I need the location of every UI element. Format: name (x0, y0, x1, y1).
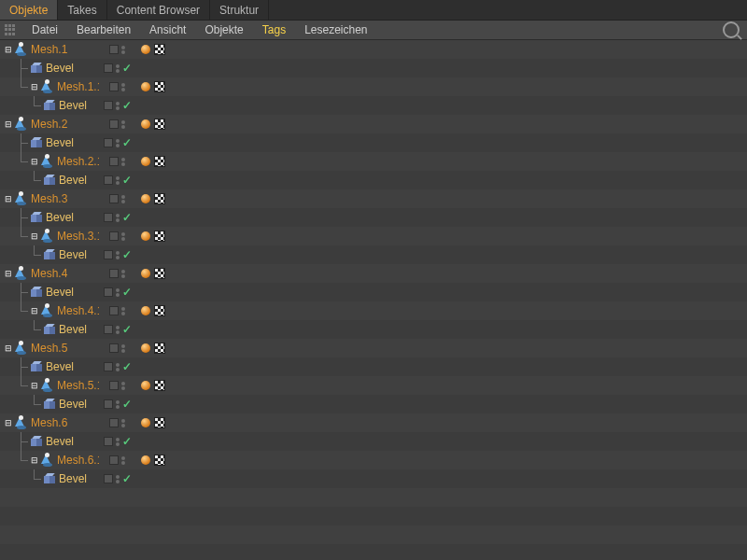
tree-row[interactable]: Bevel✓ (0, 357, 747, 376)
object-label[interactable]: Bevel (46, 136, 74, 149)
layer-square-icon[interactable] (109, 194, 119, 203)
object-name-cell[interactable]: ⊟Mesh.2 (0, 115, 99, 133)
object-label[interactable]: Bevel (46, 286, 74, 299)
tab-content-browser[interactable]: Content Browser (107, 0, 210, 20)
layer-square-icon[interactable] (104, 399, 113, 409)
uvw-tag-icon[interactable] (154, 343, 165, 354)
object-name-cell[interactable]: Bevel (0, 432, 99, 451)
layer-square-icon[interactable] (104, 287, 113, 297)
collapse-toggle[interactable]: ⊟ (30, 157, 39, 166)
visibility-cell[interactable] (99, 40, 135, 59)
visibility-cell[interactable] (99, 264, 135, 283)
object-label[interactable]: Mesh.4.1 (57, 304, 99, 317)
layer-square-icon[interactable] (109, 119, 119, 129)
visibility-dots-icon[interactable] (120, 270, 126, 278)
collapse-toggle[interactable]: ⊟ (30, 455, 39, 465)
material-tag-icon[interactable] (141, 343, 150, 353)
tree-row[interactable]: Bevel✓ (0, 171, 747, 189)
visibility-dots-icon[interactable] (120, 46, 126, 54)
layer-square-icon[interactable] (109, 45, 119, 54)
object-label[interactable]: Bevel (59, 174, 87, 187)
uvw-tag-icon[interactable] (154, 268, 165, 279)
material-tag-icon[interactable] (141, 306, 150, 315)
material-tag-icon[interactable] (141, 455, 150, 465)
collapse-toggle[interactable]: ⊟ (30, 381, 39, 390)
layer-square-icon[interactable] (104, 437, 113, 446)
visibility-cell[interactable] (99, 152, 135, 171)
visibility-cell[interactable] (99, 339, 135, 357)
material-tag-icon[interactable] (141, 269, 150, 278)
tree-row[interactable]: Bevel✓ (0, 208, 747, 227)
visibility-cell[interactable] (99, 301, 135, 320)
visibility-cell[interactable]: ✓ (99, 395, 135, 413)
visibility-cell[interactable]: ✓ (99, 432, 135, 451)
uvw-tag-icon[interactable] (154, 81, 165, 92)
material-tag-icon[interactable] (141, 194, 150, 203)
object-label[interactable]: Bevel (46, 435, 74, 448)
layer-square-icon[interactable] (104, 474, 113, 483)
collapse-toggle[interactable]: ⊟ (4, 194, 13, 203)
tab-struktur[interactable]: Struktur (210, 0, 269, 20)
material-tag-icon[interactable] (141, 231, 150, 241)
uvw-tag-icon[interactable] (154, 455, 165, 466)
tab-objekte[interactable]: Objekte (0, 0, 58, 20)
visibility-dots-icon[interactable] (120, 195, 126, 203)
layout-grid-icon[interactable] (4, 23, 17, 36)
enabled-check-icon[interactable]: ✓ (122, 101, 132, 110)
tree-row[interactable]: Bevel✓ (0, 432, 747, 451)
collapse-toggle[interactable]: ⊟ (4, 343, 13, 353)
material-tag-icon[interactable] (141, 119, 150, 129)
object-name-cell[interactable]: Bevel (0, 395, 99, 413)
layer-square-icon[interactable] (104, 138, 113, 147)
visibility-cell[interactable] (99, 413, 135, 432)
tree-row[interactable]: Bevel✓ (0, 96, 747, 115)
visibility-cell[interactable]: ✓ (99, 208, 135, 227)
object-name-cell[interactable]: ⊟Mesh.5 (0, 339, 99, 357)
visibility-dots-icon[interactable] (115, 475, 120, 483)
object-name-cell[interactable]: Bevel (0, 245, 99, 264)
enabled-check-icon[interactable]: ✓ (122, 399, 132, 409)
layer-square-icon[interactable] (104, 213, 113, 222)
uvw-tag-icon[interactable] (154, 193, 165, 204)
visibility-cell[interactable]: ✓ (99, 357, 135, 376)
tree-row[interactable]: Bevel✓ (0, 133, 747, 152)
visibility-dots-icon[interactable] (115, 251, 120, 259)
menu-objekte[interactable]: Objekte (195, 23, 252, 36)
object-label[interactable]: Mesh.4 (31, 267, 67, 280)
object-name-cell[interactable]: ⊟Mesh.3.1 (0, 227, 99, 245)
material-tag-icon[interactable] (141, 157, 150, 166)
uvw-tag-icon[interactable] (154, 231, 165, 242)
visibility-dots-icon[interactable] (115, 139, 120, 147)
visibility-dots-icon[interactable] (120, 158, 126, 166)
object-name-cell[interactable]: ⊟Mesh.4.1 (0, 301, 99, 320)
enabled-check-icon[interactable]: ✓ (122, 63, 132, 73)
uvw-tag-icon[interactable] (154, 380, 165, 391)
menu-bearbeiten[interactable]: Bearbeiten (67, 23, 140, 36)
material-tag-icon[interactable] (141, 381, 150, 390)
object-name-cell[interactable]: ⊟Mesh.6.1 (0, 451, 99, 469)
collapse-toggle[interactable]: ⊟ (4, 119, 13, 129)
tree-row[interactable]: ⊟Mesh.3 (0, 189, 747, 208)
visibility-cell[interactable]: ✓ (99, 171, 135, 189)
menu-ansicht[interactable]: Ansicht (140, 23, 195, 36)
tree-row[interactable]: ⊟Mesh.5.1 (0, 376, 747, 395)
visibility-dots-icon[interactable] (115, 102, 120, 110)
tree-row[interactable]: Bevel✓ (0, 320, 747, 339)
visibility-cell[interactable]: ✓ (99, 469, 135, 488)
tree-row[interactable]: Bevel✓ (0, 395, 747, 413)
layer-square-icon[interactable] (109, 269, 119, 278)
tree-row[interactable]: Bevel✓ (0, 469, 747, 488)
object-name-cell[interactable]: Bevel (0, 357, 99, 376)
enabled-check-icon[interactable]: ✓ (122, 325, 132, 334)
visibility-dots-icon[interactable] (115, 400, 120, 409)
tree-row[interactable]: ⊟Mesh.2.1 (0, 152, 747, 171)
menu-tags[interactable]: Tags (253, 23, 295, 36)
visibility-dots-icon[interactable] (115, 64, 120, 73)
object-label[interactable]: Mesh.1 (31, 43, 67, 56)
layer-square-icon[interactable] (109, 82, 119, 91)
visibility-cell[interactable] (99, 115, 135, 133)
object-name-cell[interactable]: ⊟Mesh.2.1 (0, 152, 99, 171)
collapse-toggle[interactable]: ⊟ (30, 231, 39, 241)
visibility-cell[interactable]: ✓ (99, 59, 135, 77)
material-tag-icon[interactable] (141, 82, 150, 91)
